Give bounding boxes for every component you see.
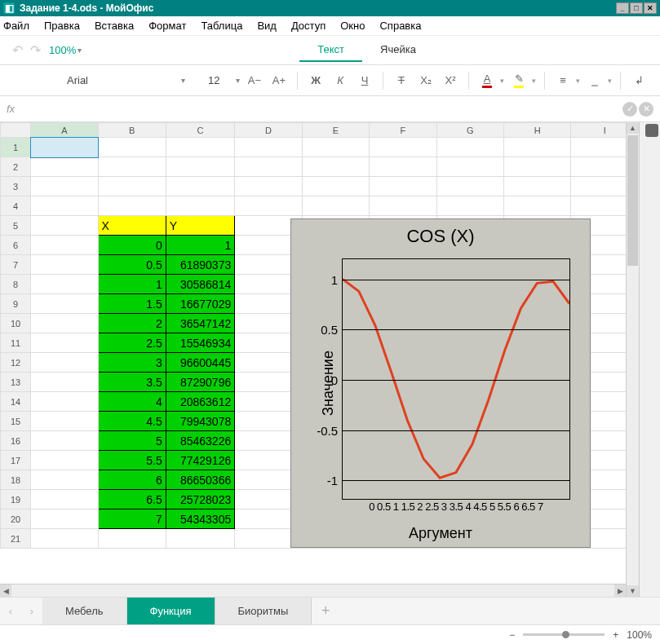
menu-edit[interactable]: Правка	[44, 18, 80, 33]
cell-C20[interactable]: 54343305	[166, 509, 235, 529]
cell-B14[interactable]: 4	[98, 392, 166, 412]
zoom-out-button[interactable]: −	[509, 629, 515, 641]
row-header-13[interactable]: 13	[1, 373, 31, 392]
cell-G1[interactable]	[436, 138, 503, 157]
cell-F2[interactable]	[370, 157, 436, 177]
row-header-8[interactable]: 8	[1, 275, 31, 294]
row-header-16[interactable]: 16	[1, 431, 31, 451]
cell-C17[interactable]: 77429126	[166, 451, 235, 470]
comment-icon[interactable]	[645, 124, 658, 137]
highlight-dropdown-icon[interactable]: ▾	[532, 77, 536, 85]
zoom-dropdown-icon[interactable]: ▾	[78, 46, 82, 55]
cell-A1[interactable]	[31, 138, 98, 157]
cell-C8[interactable]: 30586814	[166, 275, 235, 294]
formula-accept-button[interactable]: ✓	[622, 102, 637, 117]
cell-A17[interactable]	[31, 451, 98, 470]
cell-A15[interactable]	[31, 412, 98, 431]
cell-C7[interactable]: 61890373	[166, 255, 235, 275]
cell-C16[interactable]: 85463226	[166, 431, 235, 451]
zoom-slider[interactable]	[523, 633, 605, 636]
cell-H1[interactable]	[504, 138, 571, 157]
cell-C5[interactable]: Y	[166, 216, 235, 236]
underline-button[interactable]: Ч	[355, 71, 374, 90]
font-color-button[interactable]: A	[477, 71, 497, 90]
cell-E2[interactable]	[302, 157, 369, 177]
cell-B10[interactable]: 2	[98, 314, 166, 333]
cell-F1[interactable]	[370, 138, 436, 157]
font-dropdown-icon[interactable]: ▾	[181, 76, 185, 85]
font-family-select[interactable]: Arial	[62, 71, 176, 90]
align-h-button[interactable]: ≡	[553, 71, 573, 90]
cell-C12[interactable]: 96600445	[166, 353, 235, 373]
cell-B1[interactable]	[98, 138, 166, 157]
cell-B9[interactable]: 1.5	[98, 294, 166, 314]
cell-C14[interactable]: 20863612	[166, 392, 235, 412]
close-button[interactable]: ✕	[644, 2, 657, 14]
cell-B5[interactable]: X	[98, 216, 166, 236]
scroll-right-icon[interactable]: ▶	[614, 584, 626, 597]
menu-window[interactable]: Окно	[340, 18, 365, 33]
cell-B4[interactable]	[98, 196, 166, 216]
scroll-down-icon[interactable]: ▼	[627, 585, 639, 597]
superscript-button[interactable]: X²	[441, 71, 460, 90]
row-header-10[interactable]: 10	[1, 314, 31, 333]
redo-button[interactable]: ↷	[26, 42, 44, 60]
cell-D4[interactable]	[235, 196, 302, 216]
cell-G2[interactable]	[436, 157, 503, 177]
cell-B18[interactable]: 6	[98, 470, 166, 490]
cell-H4[interactable]	[504, 196, 571, 216]
row-header-9[interactable]: 9	[1, 294, 31, 314]
font-color-dropdown-icon[interactable]: ▾	[500, 77, 504, 85]
cell-A5[interactable]	[31, 216, 98, 236]
row-header-3[interactable]: 3	[1, 177, 31, 196]
cell-A20[interactable]	[31, 509, 98, 529]
horizontal-scrollbar[interactable]: ◀ ▶	[0, 584, 626, 597]
cell-A16[interactable]	[31, 431, 98, 451]
menu-access[interactable]: Доступ	[291, 18, 326, 33]
formula-input[interactable]	[20, 99, 618, 119]
cell-B15[interactable]: 4.5	[98, 412, 166, 431]
maximize-button[interactable]: □	[630, 2, 643, 14]
vertical-scroll-thumb[interactable]	[627, 135, 638, 266]
font-size-input[interactable]: 12	[206, 74, 231, 86]
cell-G4[interactable]	[436, 196, 503, 216]
cell-C1[interactable]	[166, 138, 235, 157]
cell-B19[interactable]: 6.5	[98, 490, 166, 509]
row-header-5[interactable]: 5	[1, 216, 31, 236]
row-header-18[interactable]: 18	[1, 470, 31, 490]
col-header-B[interactable]: B	[98, 123, 166, 138]
menu-help[interactable]: Справка	[379, 18, 421, 33]
cell-A11[interactable]	[31, 333, 98, 353]
col-header-A[interactable]: A	[31, 123, 98, 138]
menu-format[interactable]: Формат	[148, 18, 186, 33]
menu-insert[interactable]: Вставка	[95, 18, 134, 33]
cell-A4[interactable]	[31, 196, 98, 216]
cell-C2[interactable]	[166, 157, 235, 177]
cell-C11[interactable]: 15546934	[166, 333, 235, 353]
row-header-21[interactable]: 21	[1, 529, 31, 549]
scroll-up-icon[interactable]: ▲	[627, 122, 639, 134]
row-header-17[interactable]: 17	[1, 451, 31, 470]
strike-button[interactable]: Т	[392, 71, 411, 90]
cell-E1[interactable]	[302, 138, 369, 157]
row-header-15[interactable]: 15	[1, 412, 31, 431]
context-tab-cell[interactable]: Ячейка	[362, 38, 434, 62]
context-tab-text[interactable]: Текст	[299, 38, 362, 62]
zoom-value[interactable]: 100%	[49, 44, 76, 56]
col-header-F[interactable]: F	[370, 123, 436, 138]
cell-C9[interactable]: 16677029	[166, 294, 235, 314]
sheet-tab-2[interactable]: Биоритмы	[215, 598, 312, 624]
cell-A2[interactable]	[31, 157, 98, 177]
cell-B12[interactable]: 3	[98, 353, 166, 373]
align-v-button[interactable]: ⎯	[585, 71, 605, 90]
row-header-6[interactable]: 6	[1, 236, 31, 255]
cell-B7[interactable]: 0.5	[98, 255, 166, 275]
col-header-C[interactable]: C	[166, 123, 235, 138]
cell-G3[interactable]	[436, 177, 503, 196]
align-v-dropdown-icon[interactable]: ▾	[608, 77, 612, 85]
cell-C4[interactable]	[166, 196, 235, 216]
cell-C21[interactable]	[166, 529, 235, 549]
sheet-tab-0[interactable]: Мебель	[42, 598, 127, 624]
cell-A14[interactable]	[31, 392, 98, 412]
sheet-tab-1[interactable]: Функция	[127, 598, 215, 624]
